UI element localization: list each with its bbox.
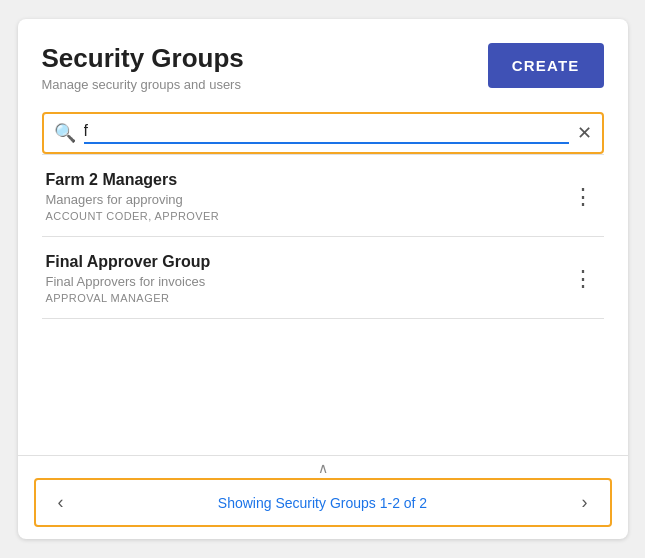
pagination-status: Showing Security Groups 1-2 of 2 — [218, 495, 427, 511]
more-options-icon-1[interactable]: ⋮ — [566, 182, 600, 212]
item-name-2: Final Approver Group — [46, 253, 566, 271]
item-tags-1: ACCOUNT CODER, APPROVER — [46, 210, 566, 222]
search-icon: 🔍 — [54, 122, 76, 144]
page-subtitle: Manage security groups and users — [42, 77, 244, 92]
clear-icon[interactable]: ✕ — [577, 122, 592, 144]
item-desc-2: Final Approvers for invoices — [46, 274, 566, 289]
item-desc-1: Managers for approving — [46, 192, 566, 207]
item-info-1: Farm 2 Managers Managers for approving A… — [46, 171, 566, 222]
list-item[interactable]: Final Approver Group Final Approvers for… — [42, 237, 604, 319]
chevron-up-icon[interactable]: ∧ — [42, 456, 604, 478]
more-options-icon-2[interactable]: ⋮ — [566, 264, 600, 294]
security-groups-card: Security Groups Manage security groups a… — [18, 19, 628, 539]
search-bar: 🔍 ✕ — [42, 112, 604, 154]
item-tags-2: APPROVAL MANAGER — [46, 292, 566, 304]
groups-list: Farm 2 Managers Managers for approving A… — [42, 154, 604, 387]
footer: ∧ ‹ Showing Security Groups 1-2 of 2 › — [18, 455, 628, 539]
next-page-button[interactable]: › — [576, 490, 594, 515]
search-input[interactable] — [84, 122, 569, 144]
item-name-1: Farm 2 Managers — [46, 171, 566, 189]
pagination-bar: ‹ Showing Security Groups 1-2 of 2 › — [34, 478, 612, 527]
create-button[interactable]: CREATE — [488, 43, 604, 88]
item-info-2: Final Approver Group Final Approvers for… — [46, 253, 566, 304]
page-title: Security Groups — [42, 43, 244, 74]
list-item[interactable]: Farm 2 Managers Managers for approving A… — [42, 155, 604, 237]
header-text: Security Groups Manage security groups a… — [42, 43, 244, 92]
header: Security Groups Manage security groups a… — [42, 43, 604, 92]
prev-page-button[interactable]: ‹ — [52, 490, 70, 515]
